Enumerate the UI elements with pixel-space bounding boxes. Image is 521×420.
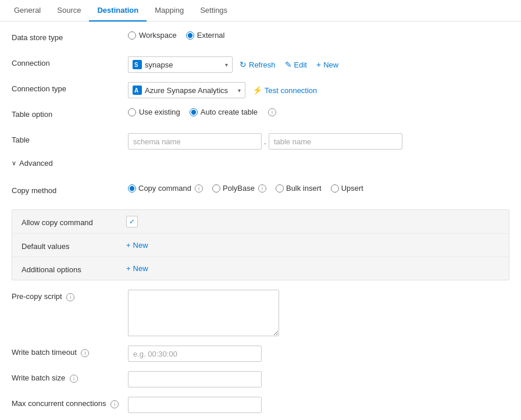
connection-select-wrap: S synapse ▾: [128, 56, 233, 73]
auto-create-label: Auto create table: [201, 108, 258, 116]
write-batch-size-label: Write batch size i: [12, 371, 128, 383]
copy-method-label: Copy method: [12, 184, 128, 195]
write-batch-timeout-info-icon[interactable]: i: [81, 349, 89, 357]
copy-command-radio[interactable]: [128, 184, 136, 193]
external-radio[interactable]: [186, 31, 194, 40]
new-connection-button[interactable]: + New: [314, 59, 341, 70]
upsert-label: Upsert: [341, 184, 363, 193]
connection-type-label: Connection type: [12, 82, 128, 93]
test-connection-label: Test connection: [265, 86, 317, 95]
allow-copy-command-label: Allow copy command: [22, 216, 126, 227]
connection-label: Connection: [12, 56, 128, 67]
max-concurrent-connections-info-icon[interactable]: i: [110, 400, 119, 408]
bulk-insert-option[interactable]: Bulk insert: [276, 184, 322, 193]
table-option-info-icon[interactable]: i: [268, 108, 276, 116]
test-connection-icon: ⚡: [252, 86, 262, 95]
default-values-new-label: New: [133, 241, 148, 250]
connection-type-select[interactable]: Azure Synapse Analytics: [128, 82, 245, 98]
pre-copy-script-row: Pre-copy script i: [12, 290, 509, 336]
default-values-label: Default values: [22, 240, 126, 251]
copy-command-option[interactable]: Copy command i: [128, 184, 203, 193]
write-batch-size-row: Write batch size i: [12, 371, 509, 387]
write-batch-size-input[interactable]: [128, 371, 262, 387]
copy-method-control: Copy command i PolyBase i Bulk insert Up…: [128, 184, 509, 193]
edit-button[interactable]: ✎ Edit: [283, 59, 309, 70]
max-concurrent-connections-input[interactable]: [128, 397, 262, 413]
refresh-label: Refresh: [249, 60, 276, 69]
use-existing-radio[interactable]: [128, 108, 136, 116]
use-existing-label: Use existing: [139, 108, 180, 116]
max-concurrent-connections-row: Max concurrent connections i: [12, 397, 509, 413]
polybase-label: PolyBase: [223, 184, 255, 193]
table-control: .: [128, 133, 509, 150]
tab-bar: General Source Destination Mapping Setti…: [0, 0, 521, 22]
connection-select[interactable]: synapse: [128, 56, 233, 73]
dot-separator: .: [264, 137, 266, 146]
bulk-insert-radio[interactable]: [276, 184, 284, 193]
schema-input[interactable]: [128, 133, 262, 150]
write-batch-timeout-control: [128, 346, 509, 362]
additional-options-new-label: New: [133, 264, 148, 273]
use-existing-radio-item[interactable]: Use existing: [128, 108, 180, 116]
write-batch-size-info-icon[interactable]: i: [70, 375, 78, 383]
data-store-type-label: Data store type: [12, 31, 128, 42]
test-connection-button[interactable]: ⚡ Test connection: [250, 84, 319, 96]
connection-control: S synapse ▾ ↻ Refresh ✎ Edit + New: [128, 56, 509, 73]
write-batch-timeout-input[interactable]: [128, 346, 262, 362]
external-radio-item[interactable]: External: [186, 31, 225, 40]
write-batch-timeout-row: Write batch timeout i: [12, 346, 509, 362]
pre-copy-script-label: Pre-copy script i: [12, 290, 128, 301]
refresh-icon: ↻: [240, 60, 247, 69]
upsert-radio[interactable]: [331, 184, 339, 193]
tab-mapping[interactable]: Mapping: [147, 0, 192, 22]
pre-copy-script-info-icon[interactable]: i: [66, 293, 74, 301]
table-label: Table: [12, 133, 128, 144]
connection-type-row: Connection type A Azure Synapse Analytic…: [12, 82, 509, 98]
tab-settings[interactable]: Settings: [192, 0, 235, 22]
connection-type-select-wrap: A Azure Synapse Analytics ▾: [128, 82, 245, 98]
workspace-radio[interactable]: [128, 31, 136, 40]
auto-create-radio-item[interactable]: Auto create table: [190, 108, 258, 116]
table-name-input[interactable]: [269, 133, 402, 150]
bulk-insert-label: Bulk insert: [286, 184, 322, 193]
max-concurrent-connections-control: [128, 397, 509, 413]
table-option-control: Use existing Auto create table i: [128, 108, 509, 116]
plus-icon: +: [316, 60, 321, 69]
pre-copy-script-control: [128, 290, 509, 336]
allow-copy-command-control: ✓: [126, 216, 499, 227]
polybase-radio[interactable]: [212, 184, 220, 193]
allow-copy-command-checkbox[interactable]: ✓: [126, 216, 138, 227]
connection-row: Connection S synapse ▾ ↻ Refresh ✎ Edit …: [12, 56, 509, 73]
workspace-radio-item[interactable]: Workspace: [128, 31, 177, 40]
table-option-radio-group: Use existing Auto create table i: [128, 108, 276, 116]
advanced-toggle-button[interactable]: ∨ Advanced: [12, 159, 53, 168]
refresh-button[interactable]: ↻ Refresh: [237, 59, 278, 70]
advanced-row: ∨ Advanced: [12, 159, 509, 177]
tab-general[interactable]: General: [6, 0, 49, 22]
allow-copy-command-row: Allow copy command ✓: [12, 210, 509, 234]
table-row: Table .: [12, 133, 509, 150]
additional-options-new-button[interactable]: + New: [126, 263, 148, 274]
default-values-row: Default values + New: [12, 234, 509, 257]
tab-source[interactable]: Source: [49, 0, 89, 22]
pre-copy-script-textarea[interactable]: [128, 290, 279, 336]
destination-content: Data store type Workspace External Conne…: [0, 22, 521, 420]
tab-destination[interactable]: Destination: [89, 0, 147, 22]
chevron-down-icon: ∨: [12, 159, 16, 167]
table-option-row: Table option Use existing Auto create ta…: [12, 108, 509, 124]
new-connection-label: New: [323, 60, 338, 69]
default-values-new-button[interactable]: + New: [126, 240, 148, 251]
default-values-plus-icon: +: [126, 241, 131, 250]
advanced-label: Advanced: [19, 159, 53, 168]
upsert-option[interactable]: Upsert: [331, 184, 363, 193]
polybase-info-icon[interactable]: i: [258, 184, 266, 193]
copy-command-label: Copy command: [138, 184, 191, 193]
write-batch-timeout-label: Write batch timeout i: [12, 346, 128, 357]
connection-type-control: A Azure Synapse Analytics ▾ ⚡ Test conne…: [128, 82, 509, 98]
additional-options-row: Additional options + New: [12, 257, 509, 280]
copy-method-radio-group: Copy command i PolyBase i Bulk insert Up…: [128, 184, 363, 193]
auto-create-radio[interactable]: [190, 108, 198, 116]
polybase-option[interactable]: PolyBase i: [212, 184, 266, 193]
copy-command-info-icon[interactable]: i: [195, 184, 203, 193]
data-store-type-row: Data store type Workspace External: [12, 31, 509, 47]
